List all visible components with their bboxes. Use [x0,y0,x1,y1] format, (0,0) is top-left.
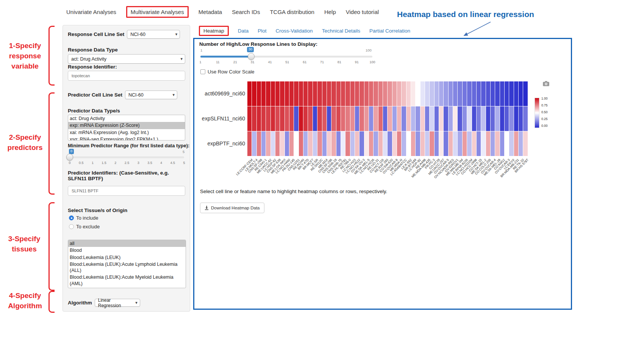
heatmap-cell [336,106,341,131]
lines-slider-handle[interactable] [248,53,255,60]
tissue-option-blood-leukemia-leuk[interactable]: Blood:Leukemia (LEUK) [68,254,186,261]
heatmap-cell [514,106,518,131]
heatmap-cell [500,81,504,106]
predictor-cell-line-set-value: NCI-60 [128,92,144,98]
annotation-step-4: 4-Specify Algorithm [4,291,46,311]
heatmap-cell [453,81,457,106]
nav-item-search-ids[interactable]: Search IDs [232,6,260,18]
heatmap-cell [331,131,336,156]
lines-slider-fill [200,56,251,58]
heatmap-cell [299,131,303,156]
min-predictor-range-max: 5 [183,150,184,154]
heatmap-cell [308,81,312,106]
tissue-option-blood-leukemia-leuk-acute-myeloid-leukemia-aml[interactable]: Blood:Leukemia (LEUK):Acute Myeloid Leuk… [68,274,186,287]
heatmap-row-0 [247,81,528,106]
heatmap-cell [369,106,373,131]
heatmap-cell [280,106,284,131]
nav-item-video-tutorial[interactable]: Video tutorial [346,6,379,18]
heatmap-hint: Select cell line or feature name to high… [200,189,387,194]
predictor-data-type-option-exp-mrna-expression-z-score[interactable]: exp: mRNA Expression (Z-Score) [68,122,185,129]
heatmap-row-label-bptf[interactable]: expBPTF_nci60 [197,140,245,147]
download-heatmap-button[interactable]: Download Heatmap Data [200,203,264,213]
heatmap-cell [303,106,308,131]
response-data-type-select[interactable]: act: Drug Activity ▾ [68,54,185,64]
heatmap-cell [509,131,513,156]
heatmap-cell [458,106,462,131]
response-identifier-input[interactable] [68,71,185,81]
tissue-option-blood-leukemia-leuk-chronic-myelogenous-leukemia-cml[interactable]: Blood:Leukemia (LEUK):Chronic Myelogenou… [68,287,186,288]
heatmap-cell [275,131,280,156]
heatmap-cell [463,106,467,131]
heatmap-cell [472,131,476,156]
predictor-cell-line-set-select[interactable]: NCI-60 ▾ [125,90,177,99]
heatmap-cell [523,106,527,131]
nav-item-help[interactable]: Help [324,6,336,18]
predictor-data-type-option-act-drug-activity[interactable]: act: Drug Activity [68,115,185,122]
row-color-scale-checkbox[interactable] [200,69,205,74]
algorithm-select[interactable]: Linear Regression ▾ [95,299,140,307]
heatmap-cell [317,81,322,106]
tab-data[interactable]: Data [238,26,249,36]
tab-heatmap[interactable]: Heatmap [199,26,229,36]
annotation-arrow-icon [453,20,494,39]
heatmap-cell [257,106,261,131]
lines-slider-label: Number of High/Low Response Lines to Dis… [199,41,317,47]
heatmap-cell [322,131,327,156]
heatmap-cell [360,131,364,156]
heatmap-cell [261,106,266,131]
heatmap-cell [402,131,406,156]
heatmap-cell [303,131,308,156]
heatmap-cell [341,131,345,156]
slider-tick: 31 [251,60,255,64]
camera-icon[interactable] [543,81,549,86]
heatmap-cell [275,106,280,131]
heatmap-cell [425,106,429,131]
heatmap-cell [420,106,425,131]
min-predictor-range-handle[interactable] [66,154,73,161]
heatmap-cell [327,106,331,131]
lines-slider-track[interactable] [200,56,372,58]
heatmap-cell [345,131,350,156]
heatmap-cell [350,131,355,156]
chevron-down-icon: ▾ [173,92,175,97]
heatmap-row-label-act[interactable]: act609699_nci60 [197,90,245,97]
tab-cross-validation[interactable]: Cross-Validation [276,26,313,36]
heatmap-cell [289,131,294,156]
nav-item-metadata[interactable]: Metadata [199,6,222,18]
tissue-include-radio[interactable] [69,215,74,220]
tissue-exclude-label[interactable]: To exclude [76,224,100,229]
tissue-exclude-radio[interactable] [69,224,74,229]
chevron-down-icon: ▾ [175,32,178,37]
heatmap-cell [458,81,462,106]
tissue-include-label[interactable]: To include [76,215,98,221]
heatmap-cell [280,81,284,106]
heatmap-row-label-slfn11[interactable]: expSLFN11_nci60 [197,115,245,122]
tissue-option-blood[interactable]: Blood [68,247,186,254]
heatmap-cell [388,131,392,156]
nav-item-tcga-distribution[interactable]: TCGA distribution [270,6,314,18]
tab-partial-correlation[interactable]: Partial Correlation [369,26,410,36]
min-predictor-range-ticks: 00.511.522.533.544.55 [70,161,184,165]
heatmap-cell [252,131,256,156]
chevron-down-icon: ▾ [135,300,138,305]
tissue-option-all[interactable]: all [68,240,186,247]
heatmap-cell [435,131,439,156]
tab-plot[interactable]: Plot [258,26,266,36]
response-cell-line-set-select[interactable]: NCI-60 ▾ [127,30,180,39]
predictor-identifiers-input[interactable] [68,186,185,196]
nav-item-univariate-analyses[interactable]: Univariate Analyses [66,6,116,18]
nav-item-multivariate-analyses[interactable]: Multivariate Analyses [126,6,189,18]
heatmap-cell [435,106,439,131]
heatmap-cell [505,81,509,106]
heatmap-cell [505,106,509,131]
predictor-data-type-option-xai-mrna-expression-avg-log2-int[interactable]: xai: mRNA Expression (Avg. log2 Int.) [68,129,185,136]
heatmap-cell [369,81,373,106]
predictor-data-type-option-xsq-rna-seq-expression-log2-fpkm-1[interactable]: xsq: RNA-seq Expression (log2 FPKM+1.) [68,136,185,140]
lines-slider-value: 30 [247,47,254,52]
heatmap-row-1 [247,106,528,131]
min-predictor-range-track[interactable] [70,156,184,158]
tab-technical-details[interactable]: Technical Details [322,26,360,36]
heatmap-cell [266,106,270,131]
heatmap-cell [308,106,312,131]
tissue-option-blood-leukemia-leuk-acute-lymphoid-leukemia-all[interactable]: Blood:Leukemia (LEUK):Acute Lymphoid Leu… [68,261,186,274]
